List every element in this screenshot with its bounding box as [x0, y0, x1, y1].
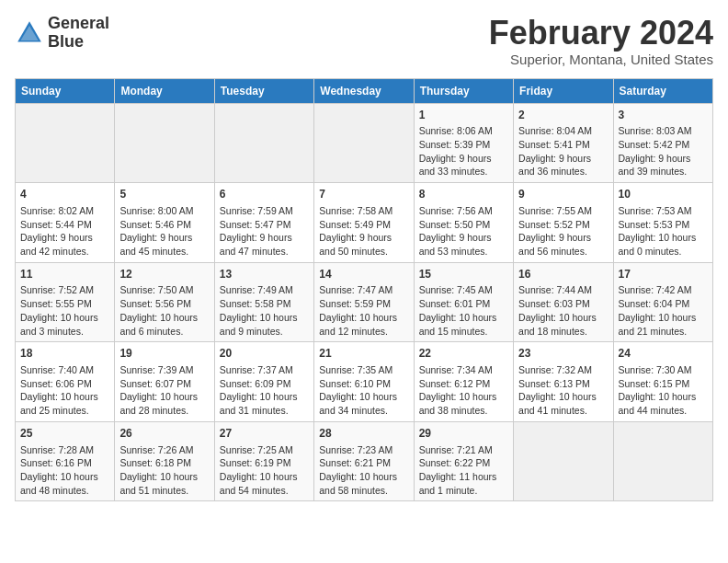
calendar-cell: 27Sunrise: 7:25 AM Sunset: 6:19 PM Dayli… — [214, 421, 313, 501]
day-number: 27 — [220, 426, 309, 442]
calendar-cell: 29Sunrise: 7:21 AM Sunset: 6:22 PM Dayli… — [414, 421, 513, 501]
calendar-body: 1Sunrise: 8:06 AM Sunset: 5:39 PM Daylig… — [16, 103, 713, 501]
calendar-cell: 9Sunrise: 7:55 AM Sunset: 5:52 PM Daylig… — [514, 183, 613, 263]
calendar-cell: 28Sunrise: 7:23 AM Sunset: 6:21 PM Dayli… — [314, 421, 414, 501]
calendar-cell: 7Sunrise: 7:58 AM Sunset: 5:49 PM Daylig… — [314, 183, 414, 263]
day-number: 1 — [419, 108, 508, 123]
day-number: 12 — [119, 267, 209, 282]
day-info: Sunrise: 8:02 AM Sunset: 5:44 PM Dayligh… — [20, 204, 109, 259]
day-number: 29 — [419, 426, 508, 442]
logo-text: General Blue — [48, 15, 109, 52]
logo-icon — [15, 18, 44, 48]
day-of-week-header: Sunday — [16, 78, 115, 103]
calendar-cell — [613, 421, 712, 501]
calendar-cell: 15Sunrise: 7:45 AM Sunset: 6:01 PM Dayli… — [414, 262, 513, 342]
day-number: 15 — [419, 267, 508, 282]
day-number: 3 — [619, 108, 708, 123]
day-info: Sunrise: 7:49 AM Sunset: 5:58 PM Dayligh… — [220, 283, 309, 338]
day-number: 21 — [319, 346, 408, 362]
calendar-cell: 10Sunrise: 7:53 AM Sunset: 5:53 PM Dayli… — [613, 183, 712, 263]
day-number: 19 — [119, 346, 209, 362]
calendar-cell: 2Sunrise: 8:04 AM Sunset: 5:41 PM Daylig… — [514, 103, 613, 183]
calendar-header-row: SundayMondayTuesdayWednesdayThursdayFrid… — [16, 78, 713, 103]
day-number: 10 — [619, 187, 708, 202]
day-info: Sunrise: 7:42 AM Sunset: 6:04 PM Dayligh… — [619, 283, 708, 338]
calendar-cell: 6Sunrise: 7:59 AM Sunset: 5:47 PM Daylig… — [214, 183, 313, 263]
calendar-cell: 4Sunrise: 8:02 AM Sunset: 5:44 PM Daylig… — [16, 183, 115, 263]
day-number: 11 — [20, 267, 109, 282]
day-of-week-header: Monday — [115, 78, 214, 103]
day-number: 16 — [518, 267, 608, 282]
calendar-cell: 20Sunrise: 7:37 AM Sunset: 6:09 PM Dayli… — [214, 342, 313, 422]
calendar-week-row: 25Sunrise: 7:28 AM Sunset: 6:16 PM Dayli… — [16, 421, 713, 501]
calendar-cell: 19Sunrise: 7:39 AM Sunset: 6:07 PM Dayli… — [115, 342, 214, 422]
day-info: Sunrise: 8:03 AM Sunset: 5:42 PM Dayligh… — [619, 124, 708, 178]
day-info: Sunrise: 7:39 AM Sunset: 6:07 PM Dayligh… — [119, 363, 209, 418]
day-info: Sunrise: 7:35 AM Sunset: 6:10 PM Dayligh… — [319, 363, 408, 418]
calendar-cell: 17Sunrise: 7:42 AM Sunset: 6:04 PM Dayli… — [613, 262, 712, 342]
day-number: 4 — [20, 187, 109, 202]
day-number: 28 — [319, 426, 408, 442]
day-number: 6 — [220, 187, 309, 202]
calendar-week-row: 1Sunrise: 8:06 AM Sunset: 5:39 PM Daylig… — [16, 103, 713, 183]
day-info: Sunrise: 7:25 AM Sunset: 6:19 PM Dayligh… — [220, 443, 309, 498]
day-info: Sunrise: 7:34 AM Sunset: 6:12 PM Dayligh… — [419, 363, 508, 418]
day-number: 13 — [220, 267, 309, 282]
calendar-cell — [314, 103, 414, 183]
day-info: Sunrise: 7:56 AM Sunset: 5:50 PM Dayligh… — [419, 204, 508, 259]
calendar-week-row: 18Sunrise: 7:40 AM Sunset: 6:06 PM Dayli… — [16, 342, 713, 422]
day-info: Sunrise: 7:30 AM Sunset: 6:15 PM Dayligh… — [619, 363, 708, 418]
day-number: 9 — [518, 187, 608, 202]
day-of-week-header: Thursday — [414, 78, 513, 103]
day-number: 5 — [119, 187, 209, 202]
calendar-cell — [514, 421, 613, 501]
calendar-cell: 21Sunrise: 7:35 AM Sunset: 6:10 PM Dayli… — [314, 342, 414, 422]
title-block: February 2024 Superior, Montana, United … — [489, 15, 713, 67]
day-info: Sunrise: 8:00 AM Sunset: 5:46 PM Dayligh… — [119, 204, 209, 259]
day-info: Sunrise: 7:53 AM Sunset: 5:53 PM Dayligh… — [619, 204, 708, 259]
day-info: Sunrise: 7:44 AM Sunset: 6:03 PM Dayligh… — [518, 283, 608, 338]
calendar-cell: 5Sunrise: 8:00 AM Sunset: 5:46 PM Daylig… — [115, 183, 214, 263]
calendar-cell: 16Sunrise: 7:44 AM Sunset: 6:03 PM Dayli… — [514, 262, 613, 342]
day-number: 18 — [20, 346, 109, 362]
calendar-cell — [115, 103, 214, 183]
calendar-cell: 22Sunrise: 7:34 AM Sunset: 6:12 PM Dayli… — [414, 342, 513, 422]
day-info: Sunrise: 7:37 AM Sunset: 6:09 PM Dayligh… — [220, 363, 309, 418]
day-info: Sunrise: 7:50 AM Sunset: 5:56 PM Dayligh… — [119, 283, 209, 338]
calendar-cell: 25Sunrise: 7:28 AM Sunset: 6:16 PM Dayli… — [16, 421, 115, 501]
day-info: Sunrise: 7:55 AM Sunset: 5:52 PM Dayligh… — [518, 204, 608, 259]
day-of-week-header: Saturday — [613, 78, 712, 103]
calendar-cell: 12Sunrise: 7:50 AM Sunset: 5:56 PM Dayli… — [115, 262, 214, 342]
day-number: 26 — [119, 426, 209, 442]
calendar-cell: 11Sunrise: 7:52 AM Sunset: 5:55 PM Dayli… — [16, 262, 115, 342]
day-number: 24 — [619, 346, 708, 362]
day-info: Sunrise: 7:28 AM Sunset: 6:16 PM Dayligh… — [20, 443, 109, 498]
day-of-week-header: Tuesday — [214, 78, 313, 103]
calendar-cell: 24Sunrise: 7:30 AM Sunset: 6:15 PM Dayli… — [613, 342, 712, 422]
calendar-cell: 18Sunrise: 7:40 AM Sunset: 6:06 PM Dayli… — [16, 342, 115, 422]
day-number: 2 — [518, 108, 608, 123]
day-number: 7 — [319, 187, 408, 202]
day-number: 20 — [220, 346, 309, 362]
page-header: General Blue February 2024 Superior, Mon… — [15, 15, 713, 67]
calendar-cell: 23Sunrise: 7:32 AM Sunset: 6:13 PM Dayli… — [514, 342, 613, 422]
day-number: 23 — [518, 346, 608, 362]
day-of-week-header: Wednesday — [314, 78, 414, 103]
day-number: 8 — [419, 187, 508, 202]
calendar-week-row: 4Sunrise: 8:02 AM Sunset: 5:44 PM Daylig… — [16, 183, 713, 263]
day-info: Sunrise: 7:59 AM Sunset: 5:47 PM Dayligh… — [220, 204, 309, 259]
day-of-week-header: Friday — [514, 78, 613, 103]
day-info: Sunrise: 7:47 AM Sunset: 5:59 PM Dayligh… — [319, 283, 408, 338]
month-title: February 2024 — [489, 15, 713, 52]
day-info: Sunrise: 7:21 AM Sunset: 6:22 PM Dayligh… — [419, 443, 508, 498]
day-info: Sunrise: 7:40 AM Sunset: 6:06 PM Dayligh… — [20, 363, 109, 418]
location: Superior, Montana, United States — [489, 52, 713, 67]
calendar-cell — [214, 103, 313, 183]
day-number: 25 — [20, 426, 109, 442]
day-number: 14 — [319, 267, 408, 282]
day-info: Sunrise: 7:26 AM Sunset: 6:18 PM Dayligh… — [119, 443, 209, 498]
day-info: Sunrise: 7:58 AM Sunset: 5:49 PM Dayligh… — [319, 204, 408, 259]
day-info: Sunrise: 7:52 AM Sunset: 5:55 PM Dayligh… — [20, 283, 109, 338]
calendar-cell — [16, 103, 115, 183]
calendar-cell: 1Sunrise: 8:06 AM Sunset: 5:39 PM Daylig… — [414, 103, 513, 183]
